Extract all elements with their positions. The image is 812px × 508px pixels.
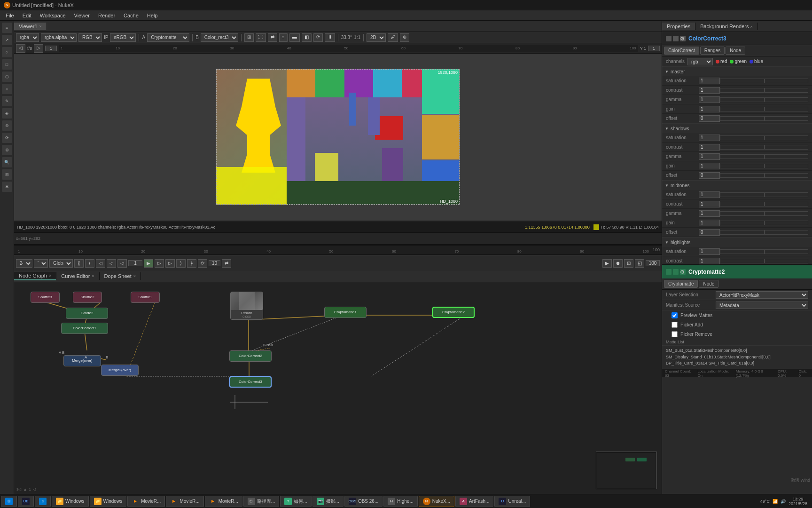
menu-file[interactable]: File [2,12,18,19]
taskbar-unreal[interactable]: U Unreal... [494,496,530,507]
rgba-select[interactable]: rgba [16,33,39,42]
y-input[interactable] [648,46,660,51]
picker-add-checkbox[interactable] [671,322,678,328]
node-colorcorrect2[interactable]: ColorCorrect2 [229,350,272,362]
sidebar-icon-14[interactable]: ✱ [2,182,12,192]
node-shuffle3[interactable]: Shuffle3 [31,292,60,303]
sidebar-icon-10[interactable]: ⟳ [2,133,12,143]
channels-select[interactable]: rgb rgba red green blue [687,58,713,65]
taskbar-higher[interactable]: H Highe... [383,496,417,507]
prev-frame-btn[interactable]: ◁ [107,259,116,268]
sidebar-icon-4[interactable]: □ [2,59,12,70]
node-merge[interactable]: Merge(over) [63,355,101,366]
node-merge2[interactable]: Merge2(over) [101,365,139,376]
compare-icon[interactable]: ⇄ [268,33,277,42]
taskbar-movie1[interactable]: ▶ MovieR... [127,496,165,507]
play-back-btn[interactable]: ◁ [117,259,127,268]
record-btn[interactable]: ⏺ [613,259,623,268]
tab-bg-renders[interactable]: Background Renders × [695,23,758,30]
contrast-value[interactable]: 1 [699,87,720,94]
next-keyframe-btn[interactable]: ⟩ [176,259,186,268]
srgb-select[interactable]: sRGB [110,33,136,42]
node-colorcorrect1[interactable]: ColorCorrect1 [61,323,108,334]
snapshot-btn[interactable]: ⊡ [624,259,633,268]
frame-nav-left[interactable]: ◁ [16,44,25,53]
offset-slider[interactable] [720,116,808,121]
play-fwd-btn[interactable]: ▶ [144,259,153,268]
tab-node-graph[interactable]: Node Graph × [14,272,56,280]
menu-render[interactable]: Render [94,12,119,19]
step-back-btn[interactable]: ◁ [96,259,105,268]
sidebar-icon-11[interactable]: ⚙ [2,145,12,155]
step-fwd-btn[interactable]: ▷ [165,259,175,268]
contrast-slider[interactable] [720,88,808,93]
pause-icon[interactable]: ⏸ [325,33,335,42]
section-master-header[interactable]: ▼ master [662,67,812,76]
next-frame-btn[interactable]: ▷ [155,259,164,268]
taskbar-obs[interactable]: OBS OBS 26... [344,496,383,507]
timeline-end-input[interactable] [646,260,660,266]
sidebar-icon-13[interactable]: ⊞ [2,169,12,180]
taskbar-movie3[interactable]: ▶ MovieR... [205,496,242,507]
sidebar-icon-6[interactable]: ⟐ [2,84,12,94]
manifest-source-select[interactable]: Metadata [716,302,808,309]
taskbar-edge[interactable]: e [35,496,51,507]
menu-cache[interactable]: Cache [120,12,142,19]
offset-value[interactable]: 0 [699,115,720,122]
cache-btn[interactable]: ◱ [635,259,644,268]
sidebar-icon-7[interactable]: ✎ [2,96,12,106]
saturation-value[interactable]: 1 [699,78,720,84]
go-start-btn[interactable]: ⟪ [74,259,84,268]
alpha-select[interactable]: rgba.alpha [41,33,77,42]
tab-node-graph-close[interactable]: × [49,273,51,278]
go-end-btn[interactable]: ⟫ [187,259,196,268]
node-shuffle1[interactable]: Shuffle1 [131,292,160,303]
tab-dope-close[interactable]: × [133,274,136,278]
histogram-icon[interactable]: ▬ [289,33,300,42]
prop-collapse-btn[interactable] [666,36,671,41]
prop-gear-btn[interactable]: ⚙ [680,36,686,41]
fps-select[interactable]: 24 [16,259,32,268]
taskbar-photo[interactable]: 📷 摄影... [312,496,344,507]
taskbar-folder2[interactable]: 📁 Windows [90,496,127,507]
prev-keyframe-btn[interactable]: ⟨ [85,259,94,268]
channels-icon[interactable]: ≡ [279,33,288,42]
sidebar-icon-1[interactable]: ≡ [2,23,12,33]
rgb-select[interactable]: RGB [78,33,102,42]
crypto-collapse-btn[interactable] [666,269,671,275]
section-highlights-header[interactable]: ▼ highlights [662,238,812,247]
crypto-tab-cryptomatte[interactable]: Cryptomatte [664,280,698,288]
gain-slider[interactable] [720,107,808,111]
view-icon[interactable]: 🖊 [388,33,398,42]
picker-remove-checkbox[interactable] [671,331,678,337]
taskbar-windows[interactable]: ⊞ [1,496,17,507]
crypto-pin-btn[interactable] [673,269,679,275]
taskbar-folder1[interactable]: 📁 Windows [52,496,89,507]
lut-icon[interactable]: ◧ [302,33,312,42]
sidebar-icon-2[interactable]: ↗ [2,35,12,45]
sidebar-icon-5[interactable]: ⬡ [2,71,12,82]
section-midtones-header[interactable]: ▼ midtones [662,181,812,190]
taskbar-movie2[interactable]: ▶ MovieR... [166,496,203,507]
cc-tab-node[interactable]: Node [726,47,745,55]
ping-pong-btn[interactable]: ⇄ [222,259,231,268]
viewer-tab-close[interactable]: × [39,24,42,29]
crypto-gear-btn[interactable]: ⚙ [680,269,686,275]
layer-selection-select[interactable]: ActorHitProxyMask [716,291,808,299]
node-cryptomatte2[interactable]: Cryptomatte2 [432,307,475,318]
loop-btn[interactable]: ⟳ [198,259,207,268]
taskbar-road[interactable]: ⊡ 路径库... [243,496,279,507]
cc-tab-ranges[interactable]: Ranges [700,47,725,55]
tab-curve-close[interactable]: × [92,274,94,278]
node-grade2[interactable]: Grade2 [66,308,108,319]
node-shuffle2[interactable]: Shuffle2 [73,292,102,303]
refresh-icon[interactable]: ⟳ [313,33,323,42]
crop-icon[interactable]: ⊞ [244,33,254,42]
crypto-tab-node[interactable]: Node [699,280,718,288]
sidebar-icon-12[interactable]: 🔍 [2,157,12,167]
menu-edit[interactable]: Edit [19,12,35,19]
global-select[interactable]: Global [49,259,73,268]
node-cryptomatte1[interactable]: Cryptomatte1 [324,307,367,318]
viewer-tab[interactable]: Viewer1 × [14,23,47,30]
tab-bg-close[interactable]: × [750,24,753,29]
